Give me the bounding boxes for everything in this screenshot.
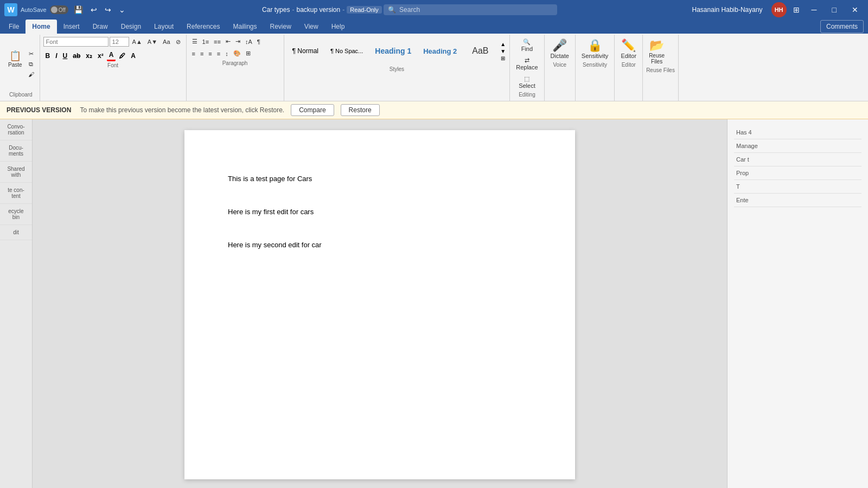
autosave-toggle[interactable]: Off — [50, 5, 68, 14]
clear-format-button[interactable]: ⊘ — [174, 37, 183, 47]
customize-button[interactable]: ⌄ — [117, 4, 127, 15]
align-left-button[interactable]: ≡ — [190, 49, 197, 58]
sidebar-docs[interactable]: Docu-ments — [0, 140, 32, 162]
shading-button[interactable]: A — [129, 51, 138, 61]
tab-review[interactable]: Review — [264, 20, 298, 34]
immersive-reader-button[interactable]: ⊞ — [791, 4, 802, 15]
borders-button[interactable]: ⊞ — [244, 49, 253, 58]
find-button[interactable]: 🔍 Find — [518, 37, 535, 54]
paste-button[interactable]: 📋 Paste — [5, 49, 25, 79]
increase-indent-button[interactable]: ⇥ — [233, 37, 242, 46]
editor-button[interactable]: ✏️ Editor — [618, 37, 639, 61]
show-marks-button[interactable]: ¶ — [255, 37, 263, 46]
document[interactable]: This is a test page for Cars Here is my … — [184, 130, 575, 479]
highlight-button[interactable]: 🖊 — [117, 51, 127, 61]
sidebar-content[interactable]: te con-tent — [0, 183, 32, 204]
editing-group: 🔍 Find ⇄ Replace ⬚ Select Editing — [510, 35, 544, 101]
editor-label: Editor — [621, 53, 636, 59]
doc-paragraph-3[interactable]: Here is my second edit for car — [228, 240, 532, 251]
sidebar-shared[interactable]: Sharedwith — [0, 162, 32, 183]
tab-file[interactable]: File — [2, 20, 25, 34]
style-title-label: AaB — [472, 46, 488, 56]
styles-up-arrow[interactable]: ▲ — [500, 41, 506, 48]
style-normal-label: ¶ Normal — [292, 47, 318, 55]
restore-button[interactable]: Restore — [341, 104, 380, 116]
text-color-button[interactable]: A — [107, 50, 116, 61]
right-sidebar-car[interactable]: Car t — [734, 153, 861, 166]
tab-view[interactable]: View — [298, 20, 325, 34]
right-sidebar-manage[interactable]: Manage — [734, 139, 861, 153]
doc-title: Car types — [262, 6, 290, 14]
tab-design[interactable]: Design — [114, 20, 148, 34]
italic-button[interactable]: I — [53, 51, 59, 61]
sidebar-edit[interactable]: dit — [0, 225, 32, 240]
style-heading1[interactable]: Heading 1 — [370, 37, 416, 65]
dictate-button[interactable]: 🎤 Dictate — [548, 37, 572, 61]
tab-help[interactable]: Help — [325, 20, 352, 34]
align-right-button[interactable]: ≡ — [206, 49, 214, 58]
style-no-spacing[interactable]: ¶ No Spac... — [326, 37, 368, 65]
editing-label: Editing — [513, 92, 540, 99]
document-area[interactable]: This is a test page for Cars Here is my … — [33, 119, 727, 488]
decrease-indent-button[interactable]: ⇤ — [224, 37, 233, 46]
font-size-input[interactable] — [110, 37, 129, 47]
strikethrough-button[interactable]: ab — [71, 51, 82, 61]
tab-mailings[interactable]: Mailings — [226, 20, 263, 34]
sensitivity-button[interactable]: 🔒 Sensitivity — [579, 37, 611, 61]
style-normal[interactable]: ¶ Normal — [288, 37, 323, 65]
maximize-button[interactable]: □ — [827, 3, 842, 16]
font-name-input[interactable] — [43, 37, 108, 47]
select-button[interactable]: ⬚ Select — [516, 74, 538, 91]
copy-button[interactable]: ⧉ — [26, 60, 36, 69]
cut-button[interactable]: ✂ — [26, 49, 36, 59]
tab-draw[interactable]: Draw — [86, 20, 114, 34]
sort-button[interactable]: ↕A — [243, 37, 254, 46]
undo-button[interactable]: ↩ — [88, 4, 99, 15]
search-box[interactable]: 🔍 — [384, 4, 557, 15]
tab-insert[interactable]: Insert — [57, 20, 86, 34]
numbering-button[interactable]: 1≡ — [200, 37, 212, 46]
styles-down-arrow[interactable]: ▼ — [500, 48, 506, 55]
underline-button[interactable]: U — [61, 51, 70, 61]
save-button[interactable]: 💾 — [72, 4, 85, 15]
multilevel-list-button[interactable]: ≡≡ — [212, 37, 223, 46]
replace-button[interactable]: ⇄ Replace — [513, 55, 540, 72]
avatar[interactable]: HH — [771, 2, 787, 17]
doc-paragraph-2[interactable]: Here is my first edit for cars — [228, 207, 532, 218]
styles-gallery: ¶ Normal ¶ No Spac... Heading 1 Heading … — [288, 37, 507, 65]
shading-para-button[interactable]: 🎨 — [231, 49, 243, 58]
format-painter-button[interactable]: 🖌 — [26, 70, 36, 79]
find-label: Find — [521, 46, 533, 52]
minimize-button[interactable]: ─ — [806, 3, 822, 16]
subscript-button[interactable]: x₂ — [84, 51, 94, 61]
justify-button[interactable]: ≡ — [215, 49, 222, 58]
bold-button[interactable]: B — [43, 51, 53, 61]
superscript-button[interactable]: x² — [95, 51, 106, 61]
decrease-font-button[interactable]: A▼ — [145, 37, 159, 46]
change-case-button[interactable]: Aa — [161, 37, 172, 46]
readonly-badge: Read-Only — [347, 6, 382, 14]
style-heading2-label: Heading 2 — [423, 47, 457, 55]
bullets-button[interactable]: ☰ — [190, 37, 200, 46]
tab-home[interactable]: Home — [25, 20, 56, 34]
paste-label: Paste — [8, 62, 22, 68]
select-label: Select — [519, 82, 535, 89]
close-button[interactable]: ✕ — [846, 3, 864, 16]
reuse-button[interactable]: 📂 Reuse Files — [646, 37, 667, 66]
sidebar-recycle[interactable]: ecyclebin — [0, 204, 32, 225]
line-spacing-button[interactable]: ↕ — [223, 49, 231, 58]
redo-button[interactable]: ↪ — [103, 4, 113, 15]
doc-paragraph-1[interactable]: This is a test page for Cars — [228, 174, 532, 185]
tab-references[interactable]: References — [180, 20, 226, 34]
comments-button[interactable]: Comments — [820, 20, 864, 33]
align-center-button[interactable]: ≡ — [198, 49, 206, 58]
styles-expand-arrow[interactable]: ⊞ — [500, 55, 506, 62]
search-input[interactable] — [399, 6, 553, 14]
compare-button[interactable]: Compare — [291, 104, 334, 116]
sidebar-convo[interactable]: Convo-rsation — [0, 119, 32, 140]
right-sidebar: Has 4 Manage Car t Prop T Ente — [727, 119, 868, 488]
style-heading2[interactable]: Heading 2 — [418, 37, 462, 65]
style-title[interactable]: AaB — [464, 37, 496, 65]
increase-font-button[interactable]: A▲ — [130, 37, 144, 46]
tab-layout[interactable]: Layout — [148, 20, 180, 34]
